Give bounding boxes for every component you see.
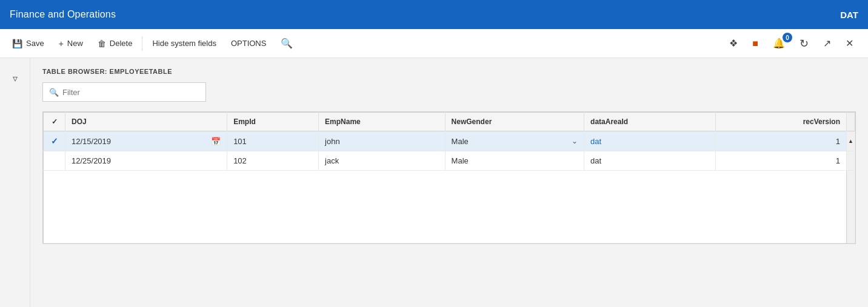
- row1-calendar-icon[interactable]: 📅: [211, 137, 221, 146]
- row1-checkmark: ✓: [51, 136, 58, 146]
- col-header-empname[interactable]: EmpName: [319, 113, 446, 131]
- content-area: TABLE BROWSER: EMPLOYEETABLE 🔍 ✓ DOJ Emp…: [30, 58, 868, 307]
- delete-label: Delete: [110, 39, 133, 48]
- notification-badge: 0: [783, 33, 792, 42]
- table-row[interactable]: ✓ 12/15/2019 📅 101 john Male: [44, 131, 855, 151]
- table-row[interactable]: 12/25/2019 102 jack Male dat 1: [44, 151, 855, 171]
- scrollbar-empty: [847, 171, 855, 243]
- row2-empid: 102: [227, 151, 319, 171]
- search-icon: 🔍: [281, 38, 293, 49]
- row2-newgender: Male: [445, 151, 584, 171]
- row1-recversion: 1: [716, 131, 847, 151]
- settings-icon-button[interactable]: ❖: [724, 35, 743, 51]
- toolbar: 💾 Save + New 🗑 Delete Hide system fields…: [0, 29, 868, 58]
- new-button[interactable]: + New: [52, 29, 90, 58]
- save-icon: 💾: [12, 39, 22, 48]
- settings-icon: ❖: [729, 38, 738, 49]
- col-header-newgender[interactable]: NewGender: [445, 113, 584, 131]
- toolbar-separator-1: [142, 36, 142, 51]
- row1-dataareid-link[interactable]: dat: [590, 137, 601, 146]
- close-button[interactable]: ✕: [841, 35, 858, 51]
- row1-doj[interactable]: 12/15/2019 📅: [65, 131, 227, 151]
- scrollbar-row1: ▲: [847, 131, 855, 151]
- table-header: ✓ DOJ EmpId EmpName NewGender dataAreaId…: [44, 113, 855, 131]
- new-icon: +: [59, 39, 64, 48]
- env-label: DAT: [840, 10, 858, 20]
- data-table: ✓ DOJ EmpId EmpName NewGender dataAreaId…: [43, 112, 855, 243]
- row2-check: [44, 151, 65, 171]
- col-header-doj[interactable]: DOJ: [65, 113, 227, 131]
- table-header-row: ✓ DOJ EmpId EmpName NewGender dataAreaId…: [44, 113, 855, 131]
- empty-area: [44, 171, 847, 243]
- main-area: ▿ TABLE BROWSER: EMPLOYEETABLE 🔍 ✓ DOJ E…: [0, 58, 868, 307]
- col-header-empid[interactable]: EmpId: [227, 113, 319, 131]
- close-icon: ✕: [846, 38, 853, 49]
- expand-icon: ↗: [823, 38, 831, 49]
- delete-button[interactable]: 🗑 Delete: [90, 29, 140, 58]
- filter-box: 🔍: [42, 82, 206, 102]
- scrollbar-row2: [847, 151, 855, 171]
- col-header-check: ✓: [44, 113, 65, 131]
- hide-system-fields-label: Hide system fields: [152, 39, 216, 48]
- row2-empname: jack: [319, 151, 446, 171]
- delete-icon: 🗑: [98, 39, 106, 48]
- row1-empid: 101: [227, 131, 319, 151]
- toolbar-right-icons: ❖ ■ 🔔 0 ↻ ↗ ✕: [724, 35, 863, 53]
- office-icon-button[interactable]: ■: [747, 36, 763, 51]
- filter-sidebar-icon[interactable]: ▿: [8, 68, 22, 89]
- row2-doj: 12/25/2019: [65, 151, 227, 171]
- check-header-icon: ✓: [52, 117, 58, 126]
- table-body: ✓ 12/15/2019 📅 101 john Male: [44, 131, 855, 243]
- hide-system-fields-button[interactable]: Hide system fields: [145, 29, 223, 58]
- col-header-dataareid[interactable]: dataAreaId: [584, 113, 716, 131]
- app-title: Finance and Operations: [10, 9, 116, 20]
- options-button[interactable]: OPTIONS: [224, 29, 274, 58]
- row1-check: ✓: [44, 131, 65, 151]
- col-header-recversion[interactable]: recVersion: [716, 113, 847, 131]
- title-bar: Finance and Operations DAT: [0, 0, 868, 29]
- new-label: New: [67, 39, 83, 48]
- row2-recversion: 1: [716, 151, 847, 171]
- save-label: Save: [26, 39, 44, 48]
- notification-button[interactable]: 🔔 0: [768, 35, 790, 51]
- refresh-button[interactable]: ↻: [795, 35, 813, 53]
- refresh-icon: ↻: [800, 37, 809, 50]
- row1-doj-value: 12/15/2019: [72, 137, 111, 146]
- scroll-up-arrow[interactable]: ▲: [847, 137, 855, 145]
- row1-empname: john: [319, 131, 446, 151]
- sidebar: ▿: [0, 58, 30, 307]
- row1-newgender[interactable]: Male ⌄: [445, 131, 584, 151]
- search-button[interactable]: 🔍: [273, 29, 300, 58]
- scrollbar-header: [847, 113, 855, 131]
- row1-dataareid[interactable]: dat: [584, 131, 716, 151]
- filter-input-icon: 🔍: [49, 88, 59, 97]
- office-icon: ■: [752, 38, 758, 49]
- table-wrapper: ✓ DOJ EmpId EmpName NewGender dataAreaId…: [42, 111, 856, 244]
- row1-dropdown-arrow[interactable]: ⌄: [572, 137, 578, 145]
- row1-gender-value: Male: [452, 137, 469, 146]
- table-browser-title: TABLE BROWSER: EMPLOYEETABLE: [42, 68, 856, 75]
- empty-row: [44, 171, 855, 243]
- filter-input[interactable]: [62, 88, 199, 97]
- expand-button[interactable]: ↗: [818, 35, 836, 51]
- options-label: OPTIONS: [231, 39, 267, 48]
- row2-dataareid: dat: [584, 151, 716, 171]
- save-button[interactable]: 💾 Save: [5, 29, 52, 58]
